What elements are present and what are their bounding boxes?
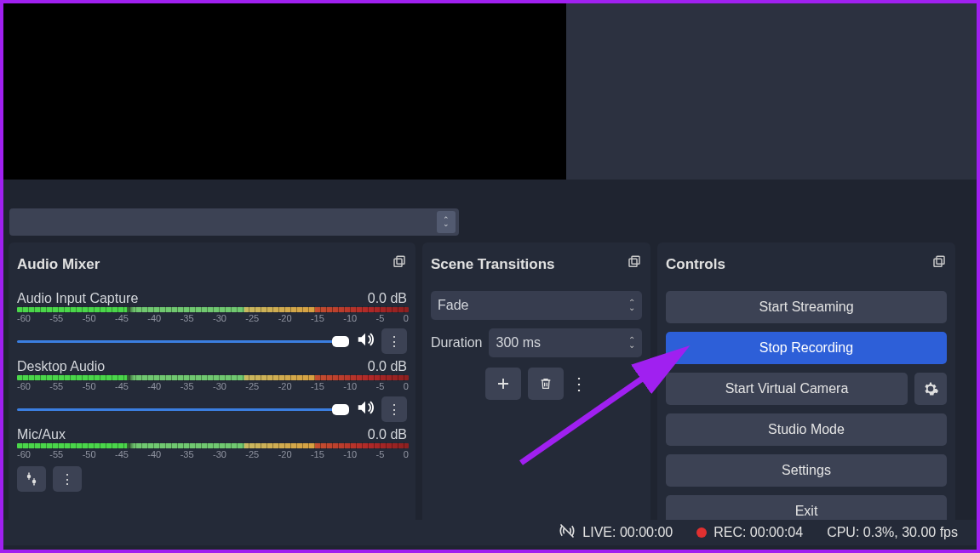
- audio-menu-button[interactable]: ⋮: [53, 466, 82, 492]
- svg-rect-7: [937, 256, 944, 264]
- speaker-icon[interactable]: [356, 398, 375, 421]
- db-scale: -60-55-50-45-40-35-30-25-20-15-10-50: [17, 381, 409, 391]
- duration-label: Duration: [431, 335, 482, 351]
- svg-rect-4: [629, 259, 637, 266]
- svg-rect-6: [934, 259, 942, 266]
- duration-spinner-icon: ⌃⌄: [628, 338, 635, 348]
- audio-channel-level: 0.0 dB: [368, 291, 407, 306]
- popout-icon[interactable]: [931, 254, 947, 274]
- audio-mixer-title: Audio Mixer: [17, 256, 100, 273]
- status-bar: LIVE: 00:00:00 REC: 00:00:04 CPU: 0.3%, …: [3, 520, 977, 545]
- audio-meter: [17, 443, 409, 448]
- popout-icon[interactable]: [392, 254, 407, 274]
- scene-transitions-panel: Scene Transitions Fade ⌃⌄ Duration 300 m…: [422, 242, 650, 543]
- recording-indicator-icon: [696, 527, 707, 538]
- audio-channel-level: 0.0 dB: [368, 359, 407, 374]
- scene-transitions-title: Scene Transitions: [431, 256, 555, 273]
- controls-panel: Controls Start Streaming Stop Recording …: [657, 242, 955, 543]
- status-live: LIVE: 00:00:00: [582, 525, 673, 540]
- duration-input[interactable]: 300 ms ⌃⌄: [489, 328, 642, 357]
- svg-point-3: [32, 480, 37, 484]
- audio-channel-level: 0.0 dB: [368, 427, 407, 442]
- svg-rect-5: [632, 256, 639, 264]
- audio-meter: [17, 307, 409, 312]
- audio-settings-button[interactable]: [17, 466, 46, 492]
- delete-transition-button[interactable]: [528, 368, 564, 400]
- speaker-icon[interactable]: [356, 330, 375, 353]
- start-streaming-button[interactable]: Start Streaming: [666, 291, 947, 323]
- svg-point-2: [27, 475, 32, 479]
- controls-title: Controls: [666, 256, 725, 273]
- volume-slider[interactable]: [17, 408, 349, 411]
- volume-slider[interactable]: [17, 340, 349, 343]
- virtual-camera-settings-button[interactable]: [914, 373, 947, 405]
- status-rec: REC: 00:00:04: [714, 525, 803, 540]
- start-virtual-camera-button[interactable]: Start Virtual Camera: [666, 373, 908, 405]
- audio-channel-name: Audio Input Capture: [17, 291, 138, 306]
- add-transition-button[interactable]: [485, 368, 521, 400]
- transition-menu-button[interactable]: ⋮: [570, 368, 587, 400]
- stop-recording-button[interactable]: Stop Recording: [666, 332, 947, 364]
- status-cpu: CPU: 0.3%, 30.00 fps: [827, 525, 958, 540]
- channel-menu-button[interactable]: ⋮: [381, 328, 407, 354]
- select-spinner-icon: ⌃⌄: [628, 300, 635, 311]
- selector-spinner[interactable]: ⌃⌄: [437, 211, 456, 233]
- preview-area: [3, 3, 566, 180]
- channel-menu-button[interactable]: ⋮: [381, 396, 407, 422]
- source-selector[interactable]: ⌃⌄: [9, 208, 459, 236]
- studio-mode-button[interactable]: Studio Mode: [666, 413, 947, 446]
- top-right-empty: [566, 3, 977, 180]
- audio-mixer-panel: Audio Mixer Audio Input Capture 0.0 dB -…: [9, 242, 415, 543]
- streaming-off-icon: [559, 522, 576, 544]
- popout-icon[interactable]: [627, 254, 642, 274]
- svg-rect-1: [397, 256, 404, 264]
- transition-select[interactable]: Fade ⌃⌄: [431, 291, 642, 320]
- svg-rect-0: [394, 259, 402, 266]
- db-scale: -60-55-50-45-40-35-30-25-20-15-10-50: [17, 449, 409, 459]
- audio-meter: [17, 375, 409, 380]
- audio-channel-name: Mic/Aux: [17, 427, 66, 442]
- db-scale: -60-55-50-45-40-35-30-25-20-15-10-50: [17, 313, 409, 323]
- settings-button[interactable]: Settings: [666, 454, 947, 487]
- audio-channel-name: Desktop Audio: [17, 359, 105, 374]
